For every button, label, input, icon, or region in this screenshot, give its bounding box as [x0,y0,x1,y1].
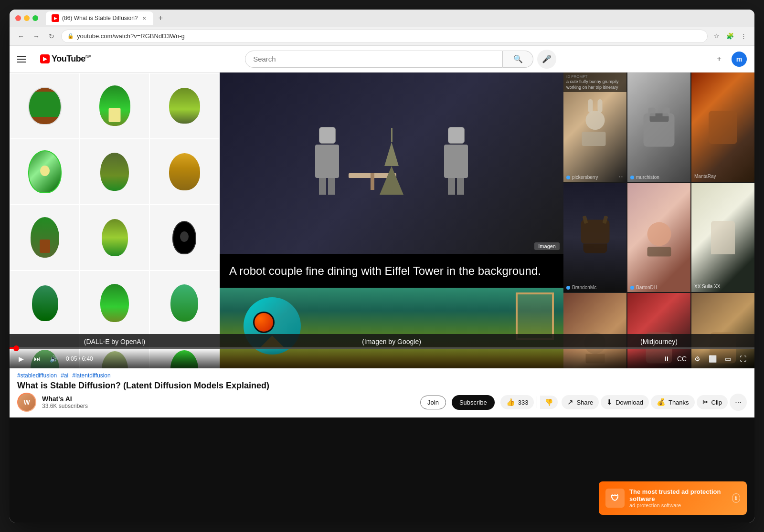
tab-favicon: ▶ [52,14,59,22]
lock-icon: 🔒 [67,33,74,39]
subscribe-button[interactable]: Subscribe [452,395,495,410]
share-button[interactable]: ↗ Share [562,395,599,409]
refresh-button[interactable]: ↻ [46,31,57,42]
tab-bar: ▶ (86) What is Stable Diffusion? ✕ + [46,11,749,25]
avocado-cell [150,205,219,270]
settings-button[interactable]: ⚙ [691,353,703,365]
thanks-button[interactable]: 💰 Thanks [651,395,695,409]
dislike-button[interactable]: 👎 [540,396,558,409]
forward-button[interactable]: → [31,31,42,42]
clip-icon: ✂ [702,398,709,407]
maximize-button[interactable] [32,15,38,21]
ad-text: The most trusted ad protection software … [629,488,727,508]
fullscreen-button[interactable]: ⛶ [737,353,749,365]
theater-button[interactable]: ▭ [722,353,733,365]
avocado-cell [11,205,79,270]
channel-avatar[interactable]: W [17,393,36,412]
mj-cell-viking: BrandonMc [563,183,626,292]
hashtag-stablediffusion[interactable]: #stablediffusion [17,372,57,379]
midjourney-panel: ID PROMPT a cute fluffy bunny grumpily w… [563,73,754,368]
traffic-lights [15,15,38,21]
search-button[interactable]: 🔍 [503,51,533,68]
address-bar: ← → ↻ 🔒 youtube.com/watch?v=RGBNdD3Wn-g … [10,27,754,46]
close-button[interactable] [15,15,21,21]
mj-cell-cat: murchiston [627,73,690,182]
youtube-header: ▶ YouTubeDE 🔍 🎤 ＋ m [10,46,754,73]
bookmark-icon[interactable]: ☆ [711,31,722,42]
clip-button[interactable]: ✂ Clip [697,395,728,409]
user-avatar[interactable]: m [732,52,747,67]
channel-name[interactable]: What's AI [42,395,414,403]
video-title-row: What is Stable Diffusion? (Latent Diffus… [17,381,747,391]
like-button[interactable]: 👍 333 [500,395,534,409]
menu-button[interactable] [17,52,32,67]
youtube-logo-text: YouTubeDE [52,54,91,64]
channel-subs: 33.6K subscribers [42,403,414,409]
hashtag-latentdiffusion[interactable]: #latentdiffusion [72,372,111,379]
avocado-cell [80,73,149,138]
mic-button[interactable]: 🎤 [537,50,556,69]
play-button[interactable]: ▶ [15,353,27,365]
minimize-button[interactable] [24,15,30,21]
address-actions: ☆ 🧩 ⋮ [711,31,749,42]
mj-cell-white: XX Sulla XX [691,183,754,292]
more-options-button[interactable]: ··· [730,394,747,411]
ad-subtitle: ad protection software [629,502,727,508]
create-button[interactable]: ＋ [711,51,728,68]
subtitles-button[interactable]: CC [676,353,688,365]
avocado-cell [150,271,219,336]
like-divider [537,396,537,408]
volume-button[interactable]: 🔊 [48,353,59,365]
avocado-cell [80,205,149,270]
dalle-panel [10,73,220,368]
youtube-logo-icon: ▶ [40,54,50,63]
next-button[interactable]: ⏭ [32,353,43,365]
video-controls: ▶ ⏭ 🔊 0:05 / 6:40 ⏸ CC ⚙ ⬜ ▭ ⛶ [10,349,754,368]
thumbs-up-icon: 👍 [506,398,515,407]
pause-button[interactable]: ⏸ [661,353,672,365]
clip-label: Clip [711,399,722,406]
mj-cell-native: MantaRay [691,73,754,182]
imagen-badge: Imagen [534,242,560,250]
video-player[interactable]: Imagen A robot couple fine dining with E… [10,73,754,368]
youtube-logo[interactable]: ▶ YouTubeDE [40,54,91,64]
ad-logo-icon: 🛡 [605,489,625,508]
menu-line [17,56,26,57]
back-button[interactable]: ← [15,31,27,42]
avocado-cell [150,139,219,204]
download-label: Download [615,399,643,406]
tab-title: (86) What is Stable Diffusion? [62,15,138,21]
main-content: Imagen A robot couple fine dining with E… [10,73,754,522]
avocado-cell [11,139,79,204]
ad-title: The most trusted ad protection software [629,488,727,502]
title-bar: ▶ (86) What is Stable Diffusion? ✕ + [10,10,754,27]
share-label: Share [576,399,593,406]
hashtag-ai[interactable]: #ai [61,372,68,379]
avocado-cell [80,139,149,204]
browser-window: ▶ (86) What is Stable Diffusion? ✕ + ← →… [10,10,754,522]
avocado-cell [80,271,149,336]
url-bar[interactable]: 🔒 youtube.com/watch?v=RGBNdD3Wn-g [61,30,708,43]
imagen-caption: A robot couple fine dining with Eiffel T… [220,254,563,288]
search-input[interactable] [245,51,503,68]
miniplayer-button[interactable]: ⬜ [707,353,718,365]
ad-info-button[interactable]: ℹ [732,493,740,503]
ad-banner: 🛡 The most trusted ad protection softwar… [599,481,747,515]
menu-line [17,59,26,60]
header-actions: ＋ m [711,51,747,68]
url-text: youtube.com/watch?v=RGBNdD3Wn-g [77,32,185,40]
channel-row: W What's AI 33.6K subscribers Join Subsc… [17,393,747,412]
active-tab[interactable]: ▶ (86) What is Stable Diffusion? ✕ [46,11,153,25]
right-controls: ⏸ CC ⚙ ⬜ ▭ ⛶ [661,353,749,365]
bottom-bar: #stablediffusion #ai #latentdiffusion Wh… [10,368,754,417]
extensions-icon[interactable]: 🧩 [725,31,735,42]
menu-line [17,62,26,63]
download-button[interactable]: ⬇ Download [601,395,649,409]
tab-close-button[interactable]: ✕ [141,15,148,21]
avocado-cell [11,271,79,336]
avocado-cell [11,73,79,138]
new-tab-button[interactable]: + [155,12,167,24]
action-buttons: 👍 333 👎 ↗ Share ⬇ Download [500,394,747,411]
more-options-icon[interactable]: ⋮ [738,31,749,42]
join-button[interactable]: Join [420,396,446,409]
